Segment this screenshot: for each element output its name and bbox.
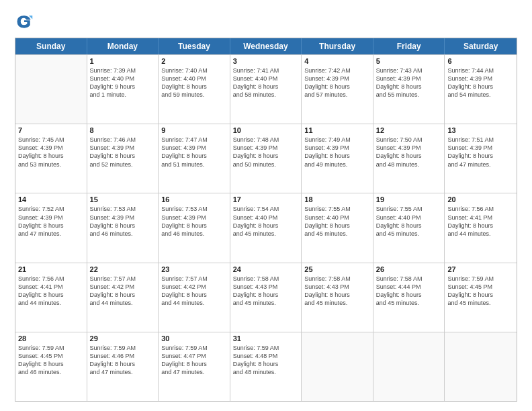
day-cell-empty: [302, 332, 373, 401]
cell-info-line: Sunrise: 7:43 AM: [376, 66, 442, 75]
cell-info-line: Sunset: 4:39 PM: [90, 214, 156, 222]
cell-info-line: Daylight: 8 hours: [376, 291, 442, 299]
cell-info-line: Daylight: 8 hours: [90, 152, 156, 160]
week-row-4: 21Sunrise: 7:56 AMSunset: 4:41 PMDayligh…: [15, 263, 517, 332]
day-cell-26: 26Sunrise: 7:58 AMSunset: 4:44 PMDayligh…: [373, 263, 445, 332]
cell-info-line: Sunset: 4:40 PM: [376, 214, 442, 222]
cell-info-line: and 45 minutes.: [304, 299, 370, 307]
cell-info-line: Daylight: 8 hours: [304, 291, 370, 299]
day-header-thursday: Thursday: [302, 38, 373, 54]
cell-info-line: Daylight: 8 hours: [376, 222, 442, 230]
day-cell-21: 21Sunrise: 7:56 AMSunset: 4:41 PMDayligh…: [15, 263, 87, 332]
cell-info-line: Daylight: 9 hours: [90, 83, 156, 91]
logo-icon: [15, 12, 34, 31]
cell-info-line: Daylight: 8 hours: [18, 291, 84, 299]
cell-info-line: Sunrise: 7:41 AM: [233, 66, 299, 75]
cell-info-line: Sunrise: 7:57 AM: [161, 275, 227, 283]
day-number: 5: [376, 57, 442, 65]
day-number: 12: [376, 126, 442, 134]
cell-info-line: and 44 minutes.: [447, 230, 514, 238]
cell-info-line: Daylight: 8 hours: [161, 291, 227, 299]
cell-info-line: and 55 minutes.: [376, 91, 442, 99]
week-row-2: 7Sunrise: 7:45 AMSunset: 4:39 PMDaylight…: [15, 124, 517, 193]
cell-info-line: Sunset: 4:39 PM: [18, 144, 84, 152]
cell-info-line: Sunrise: 7:51 AM: [447, 136, 514, 144]
cell-info-line: Daylight: 8 hours: [161, 83, 227, 91]
day-cell-18: 18Sunrise: 7:55 AMSunset: 4:40 PMDayligh…: [302, 193, 373, 262]
cell-info-line: Sunset: 4:43 PM: [304, 283, 370, 291]
cell-info-line: Sunset: 4:46 PM: [90, 352, 156, 360]
day-number: 18: [304, 195, 370, 203]
cell-info-line: Sunrise: 7:58 AM: [304, 275, 370, 283]
cell-info-line: Daylight: 8 hours: [18, 152, 84, 160]
cell-info-line: and 44 minutes.: [90, 299, 156, 307]
day-number: 20: [447, 195, 514, 203]
cell-info-line: and 54 minutes.: [447, 91, 514, 99]
day-cell-28: 28Sunrise: 7:59 AMSunset: 4:45 PMDayligh…: [15, 332, 87, 401]
day-number: 8: [90, 126, 156, 134]
day-cell-12: 12Sunrise: 7:50 AMSunset: 4:39 PMDayligh…: [373, 124, 445, 193]
day-cell-11: 11Sunrise: 7:49 AMSunset: 4:39 PMDayligh…: [302, 124, 373, 193]
day-cell-31: 31Sunrise: 7:59 AMSunset: 4:48 PMDayligh…: [230, 332, 302, 401]
cell-info-line: Sunset: 4:45 PM: [18, 352, 84, 360]
cell-info-line: Sunset: 4:42 PM: [90, 283, 156, 291]
day-header-saturday: Saturday: [445, 38, 517, 54]
calendar: SundayMondayTuesdayWednesdayThursdayFrid…: [15, 38, 517, 402]
cell-info-line: Daylight: 8 hours: [90, 222, 156, 230]
cell-info-line: and 45 minutes.: [376, 299, 442, 307]
day-cell-25: 25Sunrise: 7:58 AMSunset: 4:43 PMDayligh…: [302, 263, 373, 332]
cell-info-line: Sunrise: 7:59 AM: [90, 344, 156, 352]
cell-info-line: and 46 minutes.: [18, 368, 84, 376]
cell-info-line: Sunrise: 7:47 AM: [161, 136, 227, 144]
day-cell-15: 15Sunrise: 7:53 AMSunset: 4:39 PMDayligh…: [87, 193, 159, 262]
cell-info-line: Daylight: 8 hours: [233, 222, 299, 230]
day-number: 28: [18, 334, 84, 342]
cell-info-line: Sunrise: 7:56 AM: [447, 205, 514, 213]
day-cell-20: 20Sunrise: 7:56 AMSunset: 4:41 PMDayligh…: [445, 193, 517, 262]
cell-info-line: Sunrise: 7:50 AM: [376, 136, 442, 144]
day-number: 1: [90, 57, 156, 65]
cell-info-line: Sunset: 4:39 PM: [18, 214, 84, 222]
cell-info-line: Sunrise: 7:59 AM: [233, 344, 299, 352]
day-number: 30: [161, 334, 227, 342]
cell-info-line: and 47 minutes.: [90, 368, 156, 376]
cell-info-line: Daylight: 8 hours: [90, 360, 156, 368]
day-cell-empty: [373, 332, 445, 401]
cell-info-line: and 44 minutes.: [18, 299, 84, 307]
cell-info-line: Daylight: 8 hours: [233, 291, 299, 299]
day-cell-empty: [15, 55, 87, 124]
day-cell-6: 6Sunrise: 7:44 AMSunset: 4:39 PMDaylight…: [445, 55, 517, 124]
cell-info-line: Sunset: 4:39 PM: [447, 144, 514, 152]
day-number: 23: [161, 265, 227, 273]
day-cell-16: 16Sunrise: 7:53 AMSunset: 4:39 PMDayligh…: [159, 193, 230, 262]
page: SundayMondayTuesdayWednesdayThursdayFrid…: [0, 0, 532, 411]
cell-info-line: Daylight: 8 hours: [304, 83, 370, 91]
cell-info-line: Sunset: 4:47 PM: [161, 352, 227, 360]
cell-info-line: Sunset: 4:45 PM: [447, 283, 514, 291]
day-cell-19: 19Sunrise: 7:55 AMSunset: 4:40 PMDayligh…: [373, 193, 445, 262]
cell-info-line: Sunrise: 7:40 AM: [161, 66, 227, 75]
cell-info-line: and 45 minutes.: [233, 299, 299, 307]
cell-info-line: Daylight: 8 hours: [161, 222, 227, 230]
cell-info-line: Sunrise: 7:58 AM: [376, 275, 442, 283]
day-cell-5: 5Sunrise: 7:43 AMSunset: 4:39 PMDaylight…: [373, 55, 445, 124]
cell-info-line: and 46 minutes.: [90, 230, 156, 238]
cell-info-line: Sunrise: 7:42 AM: [304, 66, 370, 75]
cell-info-line: Daylight: 8 hours: [447, 152, 514, 160]
cell-info-line: Sunrise: 7:55 AM: [376, 205, 442, 213]
cell-info-line: Sunset: 4:39 PM: [161, 214, 227, 222]
day-number: 7: [18, 126, 84, 134]
cell-info-line: Sunrise: 7:55 AM: [304, 205, 370, 213]
cell-info-line: Sunrise: 7:44 AM: [447, 66, 514, 75]
day-number: 11: [304, 126, 370, 134]
day-number: 2: [161, 57, 227, 65]
day-number: 19: [376, 195, 442, 203]
cell-info-line: and 52 minutes.: [90, 161, 156, 169]
cell-info-line: Sunrise: 7:52 AM: [18, 205, 84, 213]
cell-info-line: and 48 minutes.: [376, 161, 442, 169]
cell-info-line: Sunrise: 7:58 AM: [233, 275, 299, 283]
cell-info-line: and 46 minutes.: [161, 230, 227, 238]
cell-info-line: Sunrise: 7:59 AM: [447, 275, 514, 283]
cell-info-line: Daylight: 8 hours: [233, 152, 299, 160]
cell-info-line: Sunrise: 7:54 AM: [233, 205, 299, 213]
